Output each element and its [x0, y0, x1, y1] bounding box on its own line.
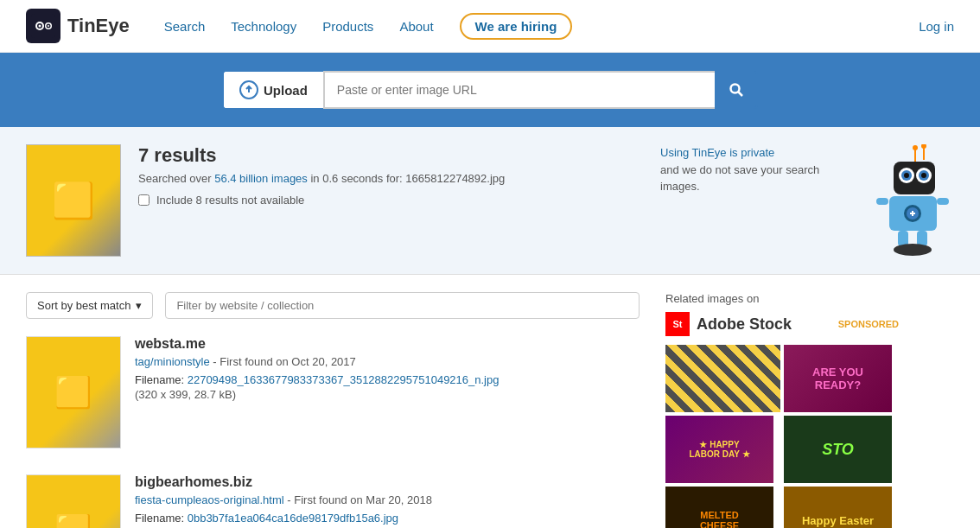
- result-item: 🟨 websta.me tag/minionstyle - First foun…: [26, 336, 640, 448]
- svg-point-20: [921, 173, 926, 178]
- results-meta-suffix: in 0.6 seconds for: 1665812274892.jpg: [308, 172, 505, 185]
- search-bar-area: Upload: [0, 53, 980, 127]
- filename-link-1[interactable]: 22709498_1633677983373367_35128822957510…: [188, 373, 500, 386]
- svg-point-11: [913, 145, 918, 150]
- ad-text-3: ★ HAPPYLABOR DAY ★: [689, 440, 749, 459]
- controls-row: Sort by best match ▾: [26, 292, 640, 319]
- result-date-1: - First found on Oct 20, 2017: [210, 355, 356, 368]
- ad-text-5: MELTEDCHEESE: [700, 510, 739, 528]
- svg-line-9: [739, 92, 743, 97]
- results-info: 7 results Searched over 56.4 billion ima…: [138, 144, 643, 207]
- hiring-button[interactable]: We are hiring: [460, 13, 573, 40]
- sort-chevron-icon: ▾: [136, 299, 142, 312]
- ad-text-2: ARE YOUREADY?: [812, 366, 863, 391]
- upload-label: Upload: [264, 83, 308, 98]
- upload-button[interactable]: Upload: [222, 70, 323, 110]
- search-bar-container: Upload: [222, 70, 758, 110]
- result-tag-link-1[interactable]: tag/minionstyle: [135, 355, 210, 368]
- nav-about[interactable]: About: [399, 19, 433, 34]
- adobe-logo-icon: St: [665, 312, 690, 336]
- include-label: Include 8 results not available: [156, 194, 304, 207]
- result-details-1: websta.me tag/minionstyle - First found …: [135, 336, 640, 448]
- robot-image: [868, 144, 954, 257]
- private-text: and we do not save your search images.: [660, 163, 819, 194]
- result-tag-1: tag/minionstyle - First found on Oct 20,…: [135, 355, 640, 368]
- svg-point-3: [39, 25, 41, 28]
- result-filename-2: Filename: 0bb3b7fa1ea064ca16de98179dfb15…: [135, 512, 640, 525]
- result-site-2: bigbearhomes.biz: [135, 474, 640, 490]
- result-thumb-1: 🟨: [26, 336, 121, 448]
- main-nav: Search Technology Products About We are …: [164, 13, 919, 40]
- svg-point-8: [731, 85, 740, 93]
- ad-item-5[interactable]: MELTEDCHEESE: [665, 487, 773, 528]
- results-meta: Searched over 56.4 billion images in 0.6…: [138, 172, 643, 185]
- logo-icon: [26, 9, 60, 43]
- results-count: 7 results: [138, 144, 643, 167]
- ad-item-4[interactable]: STO: [784, 416, 892, 483]
- ad-item-3[interactable]: ★ HAPPYLABOR DAY ★: [665, 416, 773, 483]
- private-link[interactable]: Using TinEye is private: [660, 146, 774, 159]
- result-item-2: 🟨 bigbearhomes.biz fiesta-cumpleaos-orig…: [26, 474, 640, 528]
- tineye-private-box: Using TinEye is private and we do not sa…: [660, 144, 833, 195]
- ad-item-2[interactable]: ARE YOUREADY?: [784, 345, 892, 412]
- upload-icon: [239, 80, 258, 99]
- filter-input[interactable]: [165, 292, 640, 319]
- result-thumb-2: 🟨: [26, 474, 121, 528]
- sort-label: Sort by best match: [37, 299, 130, 312]
- billion-images-link[interactable]: 56.4 billion images: [214, 172, 308, 185]
- robot-area: [868, 144, 954, 257]
- ad-grid: ARE YOUREADY? ★ HAPPYLABOR DAY ★ STO MEL…: [665, 345, 899, 528]
- nav-technology[interactable]: Technology: [231, 19, 296, 34]
- nav-search[interactable]: Search: [164, 19, 206, 34]
- svg-rect-28: [898, 231, 908, 246]
- login-button[interactable]: Log in: [919, 19, 954, 34]
- include-row: Include 8 results not available: [138, 194, 643, 207]
- filename-link-2[interactable]: 0bb3b7fa1ea064ca16de98179dfb15a6.jpg: [188, 512, 398, 525]
- svg-rect-26: [876, 198, 888, 205]
- nav-products[interactable]: Products: [322, 19, 373, 34]
- svg-point-13: [921, 144, 926, 149]
- logo-text: TinEye: [67, 15, 130, 37]
- ad-text-6: Happy Easter: [802, 514, 874, 527]
- sort-dropdown[interactable]: Sort by best match ▾: [26, 292, 153, 319]
- result-tag-link-2[interactable]: fiesta-cumpleaos-original.html: [135, 493, 284, 506]
- result-tag-2: fiesta-cumpleaos-original.html - First f…: [135, 493, 640, 506]
- main-content: Sort by best match ▾ 🟨 websta.me tag/min…: [0, 275, 980, 528]
- sponsored-label: SPONSORED: [838, 319, 899, 329]
- sidebar: Related images on St Adobe Stock SPONSOR…: [665, 292, 899, 528]
- adobe-name: Adobe Stock: [697, 315, 792, 334]
- svg-point-6: [48, 25, 49, 27]
- svg-rect-27: [937, 198, 949, 205]
- svg-point-30: [894, 244, 932, 256]
- url-input[interactable]: [323, 71, 715, 109]
- header: TinEye Search Technology Products About …: [0, 0, 980, 53]
- result-site-1: websta.me: [135, 336, 640, 352]
- result-date-2: - First found on Mar 20, 2018: [284, 493, 432, 506]
- filename-label-2: Filename:: [135, 512, 188, 525]
- result-details-2: bigbearhomes.biz fiesta-cumpleaos-origin…: [135, 474, 640, 528]
- include-checkbox[interactable]: [138, 194, 150, 206]
- filename-label-1: Filename:: [135, 373, 188, 386]
- results-list: Sort by best match ▾ 🟨 websta.me tag/min…: [26, 292, 640, 528]
- svg-point-17: [904, 173, 909, 178]
- sidebar-title: Related images on: [665, 292, 899, 305]
- result-fileinfo-1: (320 x 399, 28.7 kB): [135, 388, 640, 401]
- ad-item-6[interactable]: Happy Easter: [784, 487, 892, 528]
- results-area: 🟨 7 results Searched over 56.4 billion i…: [0, 127, 980, 274]
- svg-rect-29: [917, 231, 927, 246]
- results-meta-prefix: Searched over: [138, 172, 214, 185]
- search-button[interactable]: [715, 71, 758, 109]
- query-image-thumb: 🟨: [26, 144, 121, 257]
- ad-text-4: STO: [822, 441, 854, 459]
- logo[interactable]: TinEye: [26, 9, 130, 43]
- ad-item-1[interactable]: [665, 345, 780, 412]
- result-filename-1: Filename: 22709498_1633677983373367_3512…: [135, 373, 640, 386]
- adobe-header: St Adobe Stock SPONSORED: [665, 312, 899, 336]
